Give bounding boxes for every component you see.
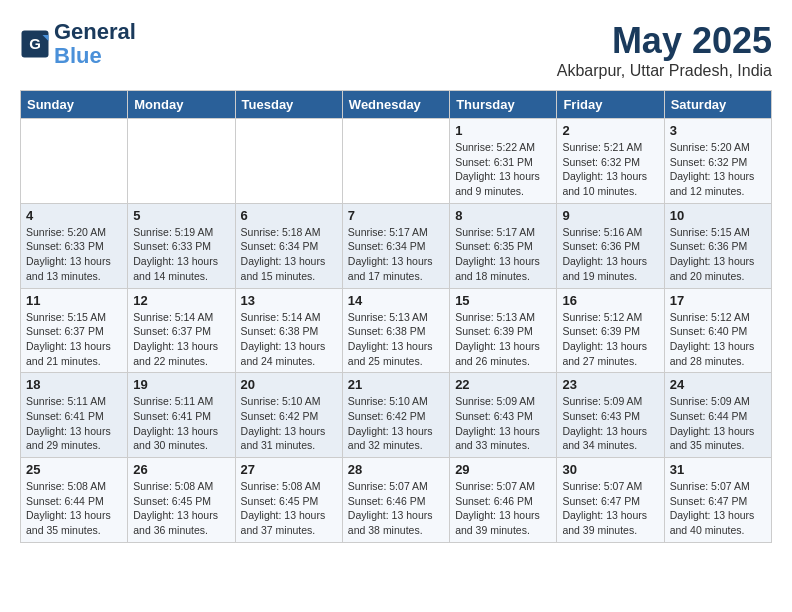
day-info: Sunrise: 5:12 AM Sunset: 6:39 PM Dayligh…: [562, 310, 658, 369]
day-info: Sunrise: 5:11 AM Sunset: 6:41 PM Dayligh…: [133, 394, 229, 453]
calendar-cell: 7Sunrise: 5:17 AM Sunset: 6:34 PM Daylig…: [342, 203, 449, 288]
location-title: Akbarpur, Uttar Pradesh, India: [557, 62, 772, 80]
svg-text:G: G: [29, 35, 41, 52]
calendar-cell: 29Sunrise: 5:07 AM Sunset: 6:46 PM Dayli…: [450, 458, 557, 543]
day-info: Sunrise: 5:07 AM Sunset: 6:47 PM Dayligh…: [670, 479, 766, 538]
calendar-cell: 22Sunrise: 5:09 AM Sunset: 6:43 PM Dayli…: [450, 373, 557, 458]
day-info: Sunrise: 5:09 AM Sunset: 6:43 PM Dayligh…: [455, 394, 551, 453]
day-info: Sunrise: 5:14 AM Sunset: 6:38 PM Dayligh…: [241, 310, 337, 369]
logo-icon: G: [20, 29, 50, 59]
day-info: Sunrise: 5:07 AM Sunset: 6:46 PM Dayligh…: [348, 479, 444, 538]
calendar-cell: [342, 119, 449, 204]
day-number: 22: [455, 377, 551, 392]
day-number: 28: [348, 462, 444, 477]
day-info: Sunrise: 5:19 AM Sunset: 6:33 PM Dayligh…: [133, 225, 229, 284]
day-info: Sunrise: 5:17 AM Sunset: 6:35 PM Dayligh…: [455, 225, 551, 284]
calendar-cell: 11Sunrise: 5:15 AM Sunset: 6:37 PM Dayli…: [21, 288, 128, 373]
week-row-3: 11Sunrise: 5:15 AM Sunset: 6:37 PM Dayli…: [21, 288, 772, 373]
day-number: 18: [26, 377, 122, 392]
day-info: Sunrise: 5:07 AM Sunset: 6:46 PM Dayligh…: [455, 479, 551, 538]
day-info: Sunrise: 5:08 AM Sunset: 6:45 PM Dayligh…: [133, 479, 229, 538]
calendar-cell: 4Sunrise: 5:20 AM Sunset: 6:33 PM Daylig…: [21, 203, 128, 288]
calendar-cell: 16Sunrise: 5:12 AM Sunset: 6:39 PM Dayli…: [557, 288, 664, 373]
calendar-cell: 31Sunrise: 5:07 AM Sunset: 6:47 PM Dayli…: [664, 458, 771, 543]
calendar-cell: 13Sunrise: 5:14 AM Sunset: 6:38 PM Dayli…: [235, 288, 342, 373]
title-block: May 2025 Akbarpur, Uttar Pradesh, India: [557, 20, 772, 80]
day-number: 29: [455, 462, 551, 477]
day-number: 21: [348, 377, 444, 392]
day-number: 5: [133, 208, 229, 223]
day-number: 14: [348, 293, 444, 308]
weekday-header-tuesday: Tuesday: [235, 91, 342, 119]
day-info: Sunrise: 5:15 AM Sunset: 6:37 PM Dayligh…: [26, 310, 122, 369]
calendar-cell: 27Sunrise: 5:08 AM Sunset: 6:45 PM Dayli…: [235, 458, 342, 543]
day-info: Sunrise: 5:20 AM Sunset: 6:32 PM Dayligh…: [670, 140, 766, 199]
day-info: Sunrise: 5:15 AM Sunset: 6:36 PM Dayligh…: [670, 225, 766, 284]
calendar-cell: 30Sunrise: 5:07 AM Sunset: 6:47 PM Dayli…: [557, 458, 664, 543]
day-info: Sunrise: 5:12 AM Sunset: 6:40 PM Dayligh…: [670, 310, 766, 369]
day-info: Sunrise: 5:13 AM Sunset: 6:39 PM Dayligh…: [455, 310, 551, 369]
day-info: Sunrise: 5:07 AM Sunset: 6:47 PM Dayligh…: [562, 479, 658, 538]
calendar-cell: 18Sunrise: 5:11 AM Sunset: 6:41 PM Dayli…: [21, 373, 128, 458]
page-header: G GeneralBlue May 2025 Akbarpur, Uttar P…: [20, 20, 772, 80]
day-number: 20: [241, 377, 337, 392]
day-number: 31: [670, 462, 766, 477]
day-number: 2: [562, 123, 658, 138]
day-number: 24: [670, 377, 766, 392]
day-number: 4: [26, 208, 122, 223]
day-number: 25: [26, 462, 122, 477]
calendar-cell: [235, 119, 342, 204]
calendar-cell: [21, 119, 128, 204]
weekday-header-saturday: Saturday: [664, 91, 771, 119]
calendar-cell: 20Sunrise: 5:10 AM Sunset: 6:42 PM Dayli…: [235, 373, 342, 458]
day-number: 19: [133, 377, 229, 392]
week-row-2: 4Sunrise: 5:20 AM Sunset: 6:33 PM Daylig…: [21, 203, 772, 288]
calendar-cell: 24Sunrise: 5:09 AM Sunset: 6:44 PM Dayli…: [664, 373, 771, 458]
day-number: 9: [562, 208, 658, 223]
day-number: 8: [455, 208, 551, 223]
weekday-header-row: SundayMondayTuesdayWednesdayThursdayFrid…: [21, 91, 772, 119]
weekday-header-wednesday: Wednesday: [342, 91, 449, 119]
day-info: Sunrise: 5:08 AM Sunset: 6:44 PM Dayligh…: [26, 479, 122, 538]
day-number: 6: [241, 208, 337, 223]
day-info: Sunrise: 5:09 AM Sunset: 6:43 PM Dayligh…: [562, 394, 658, 453]
day-info: Sunrise: 5:21 AM Sunset: 6:32 PM Dayligh…: [562, 140, 658, 199]
calendar-cell: 28Sunrise: 5:07 AM Sunset: 6:46 PM Dayli…: [342, 458, 449, 543]
calendar-cell: 21Sunrise: 5:10 AM Sunset: 6:42 PM Dayli…: [342, 373, 449, 458]
day-number: 7: [348, 208, 444, 223]
day-number: 27: [241, 462, 337, 477]
day-number: 26: [133, 462, 229, 477]
day-number: 13: [241, 293, 337, 308]
day-info: Sunrise: 5:14 AM Sunset: 6:37 PM Dayligh…: [133, 310, 229, 369]
day-number: 3: [670, 123, 766, 138]
calendar-cell: 9Sunrise: 5:16 AM Sunset: 6:36 PM Daylig…: [557, 203, 664, 288]
day-info: Sunrise: 5:10 AM Sunset: 6:42 PM Dayligh…: [348, 394, 444, 453]
week-row-1: 1Sunrise: 5:22 AM Sunset: 6:31 PM Daylig…: [21, 119, 772, 204]
calendar-cell: 17Sunrise: 5:12 AM Sunset: 6:40 PM Dayli…: [664, 288, 771, 373]
calendar-cell: 25Sunrise: 5:08 AM Sunset: 6:44 PM Dayli…: [21, 458, 128, 543]
calendar: SundayMondayTuesdayWednesdayThursdayFrid…: [20, 90, 772, 543]
calendar-cell: [128, 119, 235, 204]
weekday-header-sunday: Sunday: [21, 91, 128, 119]
logo: G GeneralBlue: [20, 20, 136, 68]
calendar-cell: 5Sunrise: 5:19 AM Sunset: 6:33 PM Daylig…: [128, 203, 235, 288]
calendar-cell: 3Sunrise: 5:20 AM Sunset: 6:32 PM Daylig…: [664, 119, 771, 204]
week-row-4: 18Sunrise: 5:11 AM Sunset: 6:41 PM Dayli…: [21, 373, 772, 458]
day-number: 30: [562, 462, 658, 477]
week-row-5: 25Sunrise: 5:08 AM Sunset: 6:44 PM Dayli…: [21, 458, 772, 543]
day-info: Sunrise: 5:09 AM Sunset: 6:44 PM Dayligh…: [670, 394, 766, 453]
calendar-cell: 10Sunrise: 5:15 AM Sunset: 6:36 PM Dayli…: [664, 203, 771, 288]
calendar-cell: 6Sunrise: 5:18 AM Sunset: 6:34 PM Daylig…: [235, 203, 342, 288]
calendar-cell: 2Sunrise: 5:21 AM Sunset: 6:32 PM Daylig…: [557, 119, 664, 204]
day-info: Sunrise: 5:20 AM Sunset: 6:33 PM Dayligh…: [26, 225, 122, 284]
calendar-cell: 1Sunrise: 5:22 AM Sunset: 6:31 PM Daylig…: [450, 119, 557, 204]
day-info: Sunrise: 5:17 AM Sunset: 6:34 PM Dayligh…: [348, 225, 444, 284]
day-info: Sunrise: 5:18 AM Sunset: 6:34 PM Dayligh…: [241, 225, 337, 284]
day-info: Sunrise: 5:10 AM Sunset: 6:42 PM Dayligh…: [241, 394, 337, 453]
day-number: 1: [455, 123, 551, 138]
day-number: 15: [455, 293, 551, 308]
day-info: Sunrise: 5:08 AM Sunset: 6:45 PM Dayligh…: [241, 479, 337, 538]
day-number: 17: [670, 293, 766, 308]
weekday-header-thursday: Thursday: [450, 91, 557, 119]
calendar-cell: 8Sunrise: 5:17 AM Sunset: 6:35 PM Daylig…: [450, 203, 557, 288]
